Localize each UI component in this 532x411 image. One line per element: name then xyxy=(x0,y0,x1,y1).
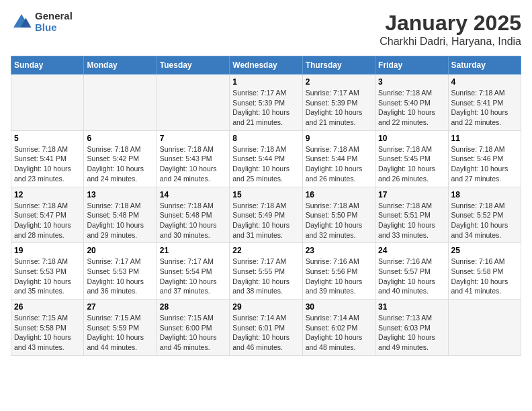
day-info: Sunrise: 7:18 AM Sunset: 5:44 PM Dayligh… xyxy=(232,144,299,184)
calendar-cell: 19Sunrise: 7:18 AM Sunset: 5:53 PM Dayli… xyxy=(11,243,84,300)
calendar-cell: 8Sunrise: 7:18 AM Sunset: 5:44 PM Daylig… xyxy=(230,130,302,187)
day-number: 30 xyxy=(306,302,372,312)
day-number: 27 xyxy=(87,302,153,312)
calendar-cell: 24Sunrise: 7:16 AM Sunset: 5:57 PM Dayli… xyxy=(375,243,448,300)
day-number: 24 xyxy=(378,246,445,255)
calendar-cell: 21Sunrise: 7:17 AM Sunset: 5:54 PM Dayli… xyxy=(157,243,229,300)
day-number: 2 xyxy=(306,77,372,87)
header-saturday: Saturday xyxy=(448,56,521,75)
day-number: 8 xyxy=(232,134,299,143)
day-number: 1 xyxy=(232,77,299,87)
calendar-cell: 9Sunrise: 7:18 AM Sunset: 5:44 PM Daylig… xyxy=(302,130,375,187)
day-info: Sunrise: 7:14 AM Sunset: 6:02 PM Dayligh… xyxy=(306,313,372,353)
logo: General Blue xyxy=(11,11,73,33)
calendar-title: January 2025 xyxy=(380,11,521,36)
header-row: Sunday Monday Tuesday Wednesday Thursday… xyxy=(11,56,521,75)
calendar-cell: 4Sunrise: 7:18 AM Sunset: 5:41 PM Daylig… xyxy=(448,75,521,131)
day-info: Sunrise: 7:18 AM Sunset: 5:40 PM Dayligh… xyxy=(378,88,445,128)
calendar-cell: 20Sunrise: 7:17 AM Sunset: 5:53 PM Dayli… xyxy=(84,243,157,300)
day-number: 29 xyxy=(232,302,299,312)
logo-icon xyxy=(11,11,32,33)
day-number: 23 xyxy=(306,246,372,255)
calendar-cell: 11Sunrise: 7:18 AM Sunset: 5:46 PM Dayli… xyxy=(448,130,521,187)
day-number: 26 xyxy=(14,302,81,312)
calendar-cell: 7Sunrise: 7:18 AM Sunset: 5:43 PM Daylig… xyxy=(157,130,229,187)
day-number: 11 xyxy=(451,134,518,143)
calendar-cell: 1Sunrise: 7:17 AM Sunset: 5:39 PM Daylig… xyxy=(230,75,302,131)
calendar-cell: 18Sunrise: 7:18 AM Sunset: 5:52 PM Dayli… xyxy=(448,187,521,243)
day-number: 14 xyxy=(160,190,226,199)
day-info: Sunrise: 7:17 AM Sunset: 5:55 PM Dayligh… xyxy=(232,257,299,296)
day-number: 13 xyxy=(87,190,153,199)
day-number: 21 xyxy=(160,246,226,255)
day-info: Sunrise: 7:17 AM Sunset: 5:54 PM Dayligh… xyxy=(160,257,226,296)
day-number: 19 xyxy=(14,246,81,255)
day-number: 20 xyxy=(87,246,153,255)
calendar-week-row: 12Sunrise: 7:18 AM Sunset: 5:47 PM Dayli… xyxy=(11,187,521,243)
page-header: General Blue January 2025 Charkhi Dadri,… xyxy=(11,11,521,48)
day-info: Sunrise: 7:16 AM Sunset: 5:57 PM Dayligh… xyxy=(378,257,445,296)
day-info: Sunrise: 7:18 AM Sunset: 5:44 PM Dayligh… xyxy=(306,144,372,184)
day-info: Sunrise: 7:18 AM Sunset: 5:42 PM Dayligh… xyxy=(87,144,153,184)
day-info: Sunrise: 7:18 AM Sunset: 5:41 PM Dayligh… xyxy=(451,88,518,128)
header-thursday: Thursday xyxy=(302,56,375,75)
calendar-cell xyxy=(448,300,521,356)
calendar-cell: 17Sunrise: 7:18 AM Sunset: 5:51 PM Dayli… xyxy=(375,187,448,243)
calendar-cell xyxy=(84,75,157,131)
calendar-body: 1Sunrise: 7:17 AM Sunset: 5:39 PM Daylig… xyxy=(11,75,521,356)
calendar-cell: 27Sunrise: 7:15 AM Sunset: 5:59 PM Dayli… xyxy=(84,300,157,356)
calendar-cell: 26Sunrise: 7:15 AM Sunset: 5:58 PM Dayli… xyxy=(11,300,84,356)
day-info: Sunrise: 7:18 AM Sunset: 5:43 PM Dayligh… xyxy=(160,144,226,184)
calendar-cell: 2Sunrise: 7:17 AM Sunset: 5:39 PM Daylig… xyxy=(302,75,375,131)
title-area: January 2025 Charkhi Dadri, Haryana, Ind… xyxy=(380,11,521,48)
logo-text: General Blue xyxy=(35,11,73,33)
calendar-subtitle: Charkhi Dadri, Haryana, India xyxy=(380,36,521,48)
day-info: Sunrise: 7:15 AM Sunset: 5:59 PM Dayligh… xyxy=(87,313,153,353)
calendar-cell: 16Sunrise: 7:18 AM Sunset: 5:50 PM Dayli… xyxy=(302,187,375,243)
header-wednesday: Wednesday xyxy=(230,56,302,75)
calendar-week-row: 26Sunrise: 7:15 AM Sunset: 5:58 PM Dayli… xyxy=(11,300,521,356)
logo-general: General xyxy=(35,11,73,22)
day-number: 25 xyxy=(451,246,518,255)
day-info: Sunrise: 7:17 AM Sunset: 5:39 PM Dayligh… xyxy=(232,88,299,128)
day-info: Sunrise: 7:17 AM Sunset: 5:39 PM Dayligh… xyxy=(306,88,372,128)
calendar-cell: 5Sunrise: 7:18 AM Sunset: 5:41 PM Daylig… xyxy=(11,130,84,187)
calendar-cell xyxy=(11,75,84,131)
day-info: Sunrise: 7:18 AM Sunset: 5:50 PM Dayligh… xyxy=(306,201,372,240)
day-info: Sunrise: 7:15 AM Sunset: 5:58 PM Dayligh… xyxy=(14,313,81,353)
day-info: Sunrise: 7:18 AM Sunset: 5:53 PM Dayligh… xyxy=(14,257,81,296)
calendar-week-row: 1Sunrise: 7:17 AM Sunset: 5:39 PM Daylig… xyxy=(11,75,521,131)
day-info: Sunrise: 7:18 AM Sunset: 5:49 PM Dayligh… xyxy=(232,201,299,240)
day-info: Sunrise: 7:15 AM Sunset: 6:00 PM Dayligh… xyxy=(160,313,226,353)
calendar-cell: 6Sunrise: 7:18 AM Sunset: 5:42 PM Daylig… xyxy=(84,130,157,187)
day-number: 15 xyxy=(232,190,299,199)
day-info: Sunrise: 7:14 AM Sunset: 6:01 PM Dayligh… xyxy=(232,313,299,353)
calendar-cell: 22Sunrise: 7:17 AM Sunset: 5:55 PM Dayli… xyxy=(230,243,302,300)
day-info: Sunrise: 7:18 AM Sunset: 5:51 PM Dayligh… xyxy=(378,201,445,240)
calendar-cell xyxy=(157,75,229,131)
day-number: 7 xyxy=(160,134,226,143)
day-number: 12 xyxy=(14,190,81,199)
logo-blue: Blue xyxy=(35,22,73,34)
day-number: 6 xyxy=(87,134,153,143)
day-info: Sunrise: 7:18 AM Sunset: 5:41 PM Dayligh… xyxy=(14,144,81,184)
day-number: 5 xyxy=(14,134,81,143)
day-number: 4 xyxy=(451,77,518,87)
day-info: Sunrise: 7:13 AM Sunset: 6:03 PM Dayligh… xyxy=(378,313,445,353)
day-number: 17 xyxy=(378,190,445,199)
day-number: 31 xyxy=(378,302,445,312)
calendar-cell: 10Sunrise: 7:18 AM Sunset: 5:45 PM Dayli… xyxy=(375,130,448,187)
calendar-cell: 25Sunrise: 7:16 AM Sunset: 5:58 PM Dayli… xyxy=(448,243,521,300)
day-info: Sunrise: 7:17 AM Sunset: 5:53 PM Dayligh… xyxy=(87,257,153,296)
calendar-cell: 13Sunrise: 7:18 AM Sunset: 5:48 PM Dayli… xyxy=(84,187,157,243)
day-number: 18 xyxy=(451,190,518,199)
day-info: Sunrise: 7:18 AM Sunset: 5:46 PM Dayligh… xyxy=(451,144,518,184)
header-monday: Monday xyxy=(84,56,157,75)
calendar-cell: 28Sunrise: 7:15 AM Sunset: 6:00 PM Dayli… xyxy=(157,300,229,356)
day-info: Sunrise: 7:18 AM Sunset: 5:48 PM Dayligh… xyxy=(160,201,226,240)
header-friday: Friday xyxy=(375,56,448,75)
calendar-cell: 12Sunrise: 7:18 AM Sunset: 5:47 PM Dayli… xyxy=(11,187,84,243)
header-tuesday: Tuesday xyxy=(157,56,229,75)
day-number: 10 xyxy=(378,134,445,143)
calendar-cell: 23Sunrise: 7:16 AM Sunset: 5:56 PM Dayli… xyxy=(302,243,375,300)
